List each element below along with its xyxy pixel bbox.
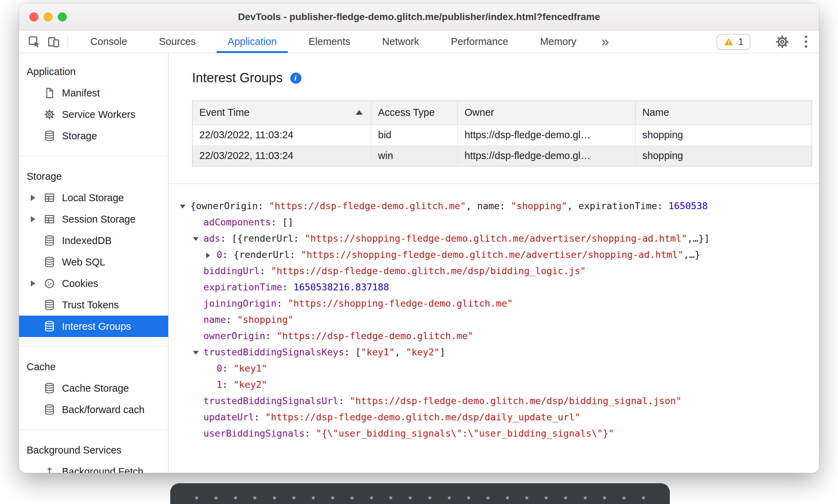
dock-dots [195, 496, 645, 500]
token-plain: : [254, 412, 265, 422]
token-str: "https://shopping-fledge-demo.glitch.me/… [301, 249, 683, 260]
dock-dot [389, 496, 392, 500]
more-tabs-button[interactable]: » [592, 30, 618, 53]
tree-line[interactable]: 0: "key1" [180, 360, 819, 376]
tree-line[interactable]: biddingUrl: "https://dsp-fledge-demo.gli… [180, 263, 819, 279]
issues-badge[interactable]: 1 [717, 34, 750, 50]
tree-line[interactable]: trustedBiddingSignalsKeys: ["key1", "key… [180, 344, 819, 360]
tree-line[interactable]: ads: [{renderUrl: "https://shopping-fled… [180, 230, 819, 246]
settings-gear-icon[interactable] [773, 35, 791, 49]
cookie-icon [43, 277, 56, 290]
sidebar-item-manifest[interactable]: Manifest [19, 82, 168, 104]
token-num: 1650538 [668, 200, 708, 211]
tree-line[interactable]: updateUrl: "https://dsp-fledge-demo.glit… [180, 409, 819, 425]
tab-console[interactable]: Console [74, 30, 143, 53]
sidebar-item-label: Trust Tokens [62, 299, 119, 311]
tree-line[interactable]: 0: {renderUrl: "https://shopping-fledge-… [180, 246, 819, 263]
sidebar-item-local-storage[interactable]: Local Storage [19, 187, 168, 208]
tab-sources[interactable]: Sources [143, 30, 211, 53]
token-plain: : [265, 330, 277, 341]
minimize-window-button[interactable] [44, 12, 53, 21]
device-toolbar-icon[interactable] [44, 30, 63, 53]
tab-elements[interactable]: Elements [293, 30, 366, 53]
token-plain: {ownerOrigin: [190, 200, 269, 211]
interest-group-row[interactable]: 22/03/2022, 11:03:24bidhttps://dsp-fledg… [192, 124, 812, 145]
tree-line[interactable]: joiningOrigin: "https://shopping-fledge-… [180, 295, 819, 311]
info-icon[interactable] [290, 73, 301, 84]
dock-dot [312, 496, 315, 500]
toolbar-divider [67, 35, 68, 48]
interest-group-row[interactable]: 22/03/2022, 11:03:24winhttps://dsp-fledg… [192, 145, 812, 166]
tree-line[interactable]: name: "shopping" [180, 311, 819, 328]
dock-dot [331, 496, 334, 500]
tree-line[interactable]: {ownerOrigin: "https://dsp-fledge-demo.g… [180, 198, 819, 214]
token-key: 0 [217, 363, 222, 374]
sidebar-item-label: Web SQL [62, 256, 105, 268]
expand-chevron-icon[interactable] [31, 280, 43, 287]
dock-dot [545, 496, 548, 500]
sidebar-item-cookies[interactable]: Cookies [19, 273, 168, 294]
dock-dot [642, 496, 645, 500]
more-options-icon[interactable] [798, 36, 813, 48]
interest-groups-panel: Interest Groups Event TimeAccess TypeOwn… [168, 53, 819, 473]
inspect-cursor-icon[interactable] [25, 30, 44, 53]
tree-line[interactable]: ownerOrigin: "https://dsp-fledge-demo.gl… [180, 328, 819, 344]
toolbar-right: 1 [717, 30, 813, 53]
sidebar-item-indexeddb[interactable]: IndexedDB [19, 230, 168, 251]
zoom-window-button[interactable] [58, 12, 67, 21]
window-title: DevTools - publisher-fledge-demo.glitch.… [19, 3, 819, 30]
token-plain: ] [440, 347, 445, 357]
column-header-name[interactable]: Name [635, 101, 812, 124]
column-header-event-time[interactable]: Event Time [192, 101, 371, 124]
page-title: Interest Groups [192, 71, 283, 85]
database-icon [43, 130, 56, 142]
dock-dot [564, 496, 567, 500]
expand-arrow-icon[interactable] [206, 246, 217, 263]
sidebar-item-trust-tokens[interactable]: Trust Tokens [19, 294, 168, 316]
token-key: userBiddingSignals [203, 428, 305, 439]
close-window-button[interactable] [29, 12, 38, 21]
sidebar-item-session-storage[interactable]: Session Storage [19, 208, 168, 230]
tab-application[interactable]: Application [212, 30, 293, 53]
expand-chevron-icon[interactable] [31, 195, 43, 201]
tab-memory[interactable]: Memory [524, 30, 592, 53]
token-key: biddingUrl [203, 265, 260, 276]
table-icon [43, 192, 56, 204]
tree-line[interactable]: 1: "key2" [180, 376, 819, 393]
dock-dot [467, 496, 470, 500]
cell-name: shopping [635, 124, 812, 145]
sidebar-item-interest-groups[interactable]: Interest Groups [19, 316, 168, 337]
token-str: "https://shopping-fledge-demo.glitch.me/… [305, 233, 687, 244]
column-header-access-type[interactable]: Access Type [371, 101, 457, 124]
token-num: 1650538216.837188 [293, 282, 389, 292]
tree-line[interactable]: trustedBiddingSignalsUrl: "https://dsp-f… [180, 393, 819, 409]
tab-network[interactable]: Network [366, 30, 435, 53]
sidebar-item-service-workers[interactable]: Service Workers [19, 104, 168, 125]
token-plain: : [305, 428, 316, 439]
token-plain: : [{renderUrl: [220, 233, 305, 244]
token-str: "https://dsp-fledge-demo.glitch.me" [269, 200, 466, 211]
sidebar-item-web-sql[interactable]: Web SQL [19, 251, 168, 273]
token-plain: , [395, 347, 406, 357]
tree-line[interactable]: adComponents: [] [180, 214, 819, 230]
sidebar-item-label: Background Fetch [62, 466, 143, 473]
tree-line[interactable]: userBiddingSignals: "{\"user_bidding_sig… [180, 425, 819, 441]
panel-tabs: ConsoleSourcesApplicationElementsNetwork… [74, 30, 592, 53]
tab-performance[interactable]: Performance [435, 30, 524, 53]
sidebar-item-storage[interactable]: Storage [19, 125, 168, 147]
sidebar-item-background-fetch[interactable]: Background Fetch [19, 461, 168, 473]
token-key: 0 [217, 249, 222, 260]
database-icon [43, 234, 56, 247]
tree-line[interactable]: expirationTime: 1650538216.837188 [180, 279, 819, 295]
sidebar-item-cache-storage[interactable]: Cache Storage [19, 377, 168, 399]
dock-dot [253, 496, 256, 500]
sidebar-section-title-storage: Storage [19, 166, 168, 187]
sidebar-item-back-forward-cach[interactable]: Back/forward cach [19, 399, 168, 420]
document-icon [43, 87, 56, 99]
column-header-owner[interactable]: Owner [457, 101, 635, 124]
expand-chevron-icon[interactable] [31, 216, 43, 222]
token-key: trustedBiddingSignalsKeys [203, 347, 344, 357]
collapse-arrow-icon[interactable] [193, 230, 203, 246]
collapse-arrow-icon[interactable] [193, 344, 203, 360]
collapse-arrow-icon[interactable] [180, 198, 190, 214]
